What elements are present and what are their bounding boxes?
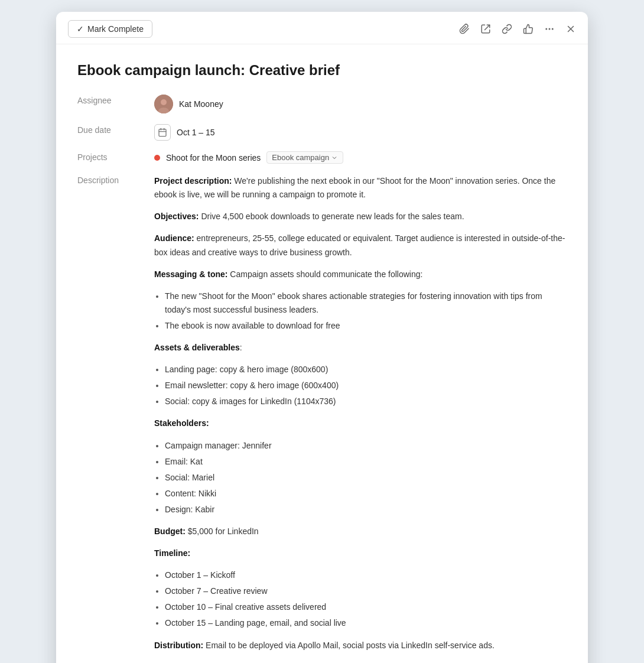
assignee-avatar <box>154 95 173 113</box>
more-icon[interactable] <box>544 24 555 34</box>
list-item: The ebook is now available to download f… <box>165 319 567 333</box>
stakeholders-bullets: Campaign manager: Jennifer Email: Kat So… <box>165 439 567 516</box>
projects-value: Shoot for the Moon series Ebook campaign <box>154 151 343 164</box>
list-item: The new "Shoot for the Moon" ebook share… <box>165 290 567 317</box>
objectives-text: Drive 4,500 ebook downloads to generate … <box>201 212 464 221</box>
description-label: Description <box>77 174 154 185</box>
timeline-bullets: October 1 – Kickoff October 7 – Creative… <box>165 568 567 630</box>
due-date-row: Due date Oct 1 – 15 <box>77 124 567 141</box>
due-date-value[interactable]: Oct 1 – 15 <box>154 124 215 141</box>
toolbar: ✓ Mark Complete <box>56 12 588 44</box>
project-primary-name[interactable]: Shoot for the Moon series <box>166 153 261 162</box>
mark-complete-label: Mark Complete <box>87 24 144 34</box>
distribution-text: Email to be deployed via Apollo Mail, so… <box>206 641 495 650</box>
projects-row: Projects Shoot for the Moon series Ebook… <box>77 151 567 164</box>
svg-point-6 <box>161 99 167 105</box>
list-item: October 1 – Kickoff <box>165 568 567 582</box>
messaging-bullets: The new "Shoot for the Moon" ebook share… <box>165 290 567 333</box>
list-item: October 7 – Creative review <box>165 584 567 598</box>
due-date-text: Oct 1 – 15 <box>177 128 215 137</box>
mark-complete-button[interactable]: ✓ Mark Complete <box>68 20 152 38</box>
project-secondary-tag[interactable]: Ebook campaign <box>266 151 343 164</box>
messaging-intro: Campaign assets should communicate the f… <box>230 269 422 279</box>
list-item: Email newsletter: copy & hero image (600… <box>165 379 567 392</box>
list-item: Campaign manager: Jennifer <box>165 439 567 453</box>
attachment-icon[interactable] <box>459 24 470 34</box>
messaging-label: Messaging & tone: <box>154 269 227 279</box>
close-icon[interactable] <box>565 24 576 34</box>
like-icon[interactable] <box>523 24 534 34</box>
description-row: Description Project description: We're p… <box>77 174 567 660</box>
budget-text: $5,000 for LinkedIn <box>188 526 259 536</box>
timeline-label: Timeline: <box>154 548 190 558</box>
assets-label: Assets & deliverables <box>154 343 240 352</box>
list-item: Design: Kabir <box>165 503 567 516</box>
audience-text: entrepreneurs, 25-55, college educated o… <box>154 233 565 256</box>
calendar-icon <box>154 124 171 141</box>
objectives-label: Objectives: <box>154 212 199 221</box>
list-item: October 10 – Final creative assets deliv… <box>165 600 567 614</box>
share-icon[interactable] <box>480 24 491 34</box>
project-dot <box>154 155 160 161</box>
task-content: Ebook campaign launch: Creative brief As… <box>56 44 588 663</box>
svg-point-1 <box>549 28 550 30</box>
assignee-row: Assignee Kat Mooney <box>77 95 567 113</box>
list-item: Content: Nikki <box>165 487 567 500</box>
list-item: Landing page: copy & hero image (800x600… <box>165 363 567 376</box>
svg-point-0 <box>546 28 547 30</box>
assignee-label: Assignee <box>77 95 154 105</box>
distribution-label: Distribution: <box>154 641 203 650</box>
list-item: Social: copy & images for LinkedIn (1104… <box>165 395 567 408</box>
toolbar-icons <box>459 24 576 34</box>
audience-label: Audience: <box>154 233 194 243</box>
assets-bullets: Landing page: copy & hero image (800x600… <box>165 363 567 408</box>
projects-label: Projects <box>77 151 154 162</box>
project-secondary-name: Ebook campaign <box>272 153 329 162</box>
svg-point-2 <box>552 28 554 30</box>
assignee-value[interactable]: Kat Mooney <box>154 95 223 113</box>
budget-label: Budget: <box>154 526 186 536</box>
check-icon: ✓ <box>77 24 84 34</box>
project-desc-label: Project description: <box>154 176 232 186</box>
task-title: Ebook campaign launch: Creative brief <box>77 61 567 79</box>
task-modal: ✓ Mark Complete Ebook campa <box>56 12 588 663</box>
description-content: Project description: We're publishing th… <box>154 174 567 660</box>
stakeholders-label: Stakeholders: <box>154 418 209 428</box>
assignee-name: Kat Mooney <box>179 99 223 109</box>
list-item: Email: Kat <box>165 455 567 469</box>
due-date-label: Due date <box>77 124 154 135</box>
list-item: Social: Mariel <box>165 471 567 485</box>
svg-rect-8 <box>159 129 166 136</box>
link-icon[interactable] <box>502 24 512 34</box>
list-item: October 15 – Landing page, email, and so… <box>165 616 567 630</box>
